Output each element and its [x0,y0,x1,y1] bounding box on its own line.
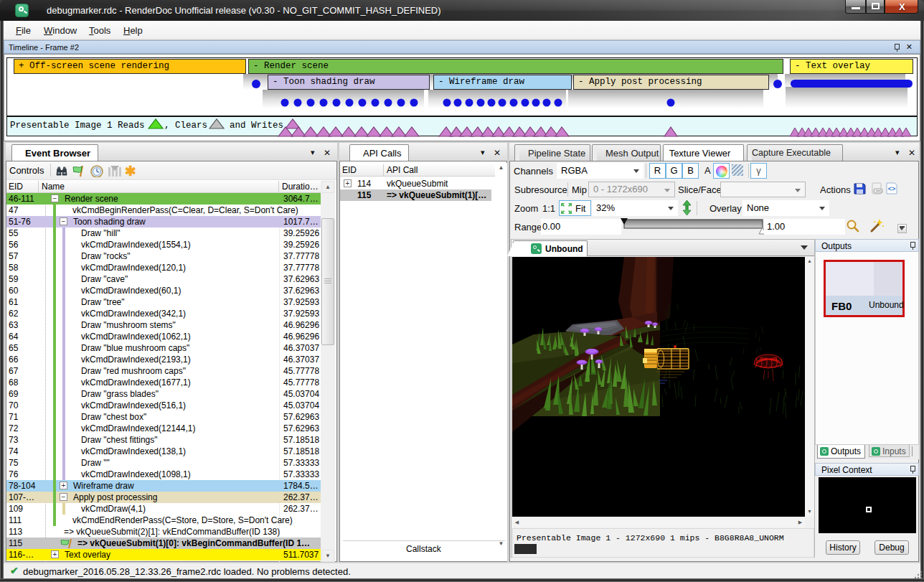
svg-text:✱: ✱ [125,164,136,177]
svg-text:<>: <> [888,185,896,192]
